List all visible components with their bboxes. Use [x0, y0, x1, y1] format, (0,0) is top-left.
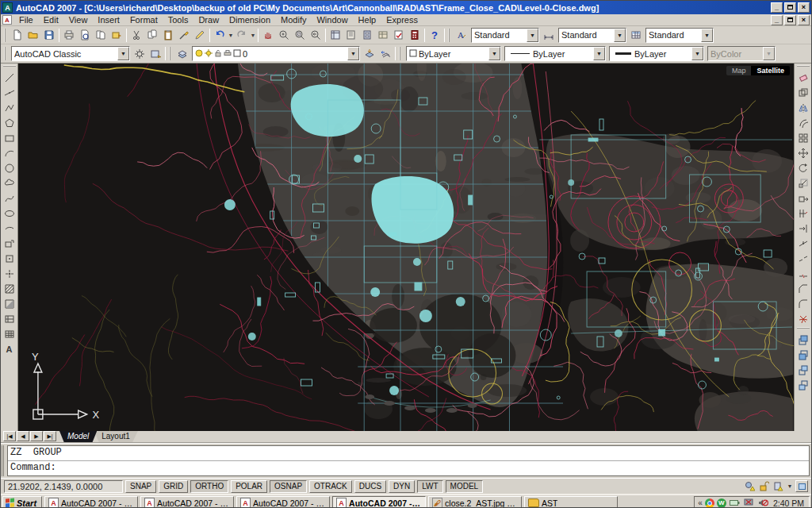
taskbar-item-autocad-3[interactable]: A AutoCAD 2007 - [C:\Use... [236, 496, 330, 508]
chevron-down-icon[interactable]: ▼ [347, 47, 359, 60]
zoom-previous-icon[interactable] [308, 27, 324, 43]
scale-icon[interactable] [795, 175, 811, 190]
stretch-icon[interactable] [795, 190, 811, 206]
offset-icon[interactable] [795, 115, 811, 130]
chevron-down-icon[interactable]: ▼ [701, 29, 713, 42]
chamfer-icon[interactable] [795, 281, 811, 296]
chevron-down-icon[interactable]: ▼ [488, 47, 500, 60]
tab-next-button[interactable]: ▶ [30, 431, 43, 441]
otrack-toggle[interactable]: OTRACK [309, 480, 352, 493]
block-editor-icon[interactable] [192, 27, 208, 43]
markup-set-manager-icon[interactable] [391, 27, 407, 43]
linetype-control-select[interactable]: ByLayer ▼ [504, 46, 606, 61]
doc-minimize-button[interactable]: _ [771, 15, 783, 25]
volume-muted-icon[interactable] [757, 498, 769, 508]
undo-icon[interactable] [212, 27, 228, 43]
doc-restore-button[interactable] [784, 15, 796, 25]
menu-express[interactable]: Express [381, 14, 423, 25]
tool-palettes-icon[interactable] [359, 27, 375, 43]
communication-center-icon[interactable] [744, 481, 756, 492]
toolbar-grip[interactable] [399, 47, 403, 60]
polyline-icon[interactable] [2, 100, 17, 115]
tab-first-button[interactable]: |◀ [3, 431, 16, 441]
toolbar-grip[interactable] [4, 29, 8, 42]
workspace-select[interactable]: AutoCAD Classic ▼ [11, 46, 130, 61]
pan-icon[interactable] [260, 27, 276, 43]
ortho-toggle[interactable]: ORTHO [190, 480, 228, 493]
zoom-window-icon[interactable] [292, 27, 308, 43]
taskbar-item-autocad-2[interactable]: A AutoCAD 2007 - [C:\Use... [140, 496, 234, 508]
menu-edit[interactable]: Edit [39, 14, 63, 25]
toolbar-grip[interactable] [169, 47, 173, 60]
rotate-icon[interactable] [795, 160, 811, 175]
taskbar-item-autocad-1[interactable]: A AutoCAD 2007 - [F:\anti... [44, 496, 138, 508]
table-icon[interactable] [2, 326, 17, 341]
map-toggle-map[interactable]: Map [726, 66, 752, 75]
array-icon[interactable] [795, 130, 811, 145]
cut-icon[interactable] [128, 27, 144, 43]
layer-color-swatch[interactable] [233, 49, 241, 59]
clean-screen-button[interactable] [795, 480, 808, 492]
copy-object-icon[interactable] [795, 85, 811, 100]
construction-line-icon[interactable] [2, 85, 17, 100]
point-icon[interactable] [2, 266, 17, 281]
lwt-toggle[interactable]: LWT [417, 480, 442, 493]
tab-model[interactable]: Model [59, 431, 97, 442]
command-text-area[interactable]: ZZ GROUP Command: [7, 445, 810, 476]
dyn-toggle[interactable]: DYN [389, 480, 415, 493]
layer-plot-icon[interactable] [224, 49, 232, 59]
map-toggle-satellite[interactable]: Satellite [751, 66, 790, 75]
undo-dropdown-icon[interactable]: ▼ [228, 33, 234, 38]
display-disconnected-icon[interactable] [743, 498, 755, 508]
properties-icon[interactable] [327, 27, 343, 43]
toolbar-lock-icon[interactable] [758, 481, 770, 492]
layer-on-bulb-icon[interactable] [195, 49, 203, 59]
etransmit-icon[interactable] [109, 27, 124, 43]
quickcalc-icon[interactable] [407, 27, 423, 43]
tray-settings-chevron-icon[interactable]: ▼ [787, 483, 793, 489]
taskbar-clock[interactable]: 2:40 PM [772, 498, 806, 508]
gradient-icon[interactable] [2, 296, 17, 311]
designcenter-icon[interactable] [343, 27, 359, 43]
bring-above-objects-icon[interactable] [795, 362, 811, 377]
toolbar-grip[interactable] [797, 327, 810, 330]
join-icon[interactable] [795, 266, 811, 281]
plot-preview-icon[interactable] [77, 27, 93, 43]
tab-previous-button[interactable]: ◀ [17, 431, 29, 441]
paste-icon[interactable] [160, 27, 176, 43]
drawing-canvas[interactable]: Y X Map Satellite [18, 64, 794, 431]
menu-insert[interactable]: Insert [93, 14, 124, 25]
ducs-toggle[interactable]: DUCS [354, 480, 386, 493]
minimize-button[interactable]: _ [771, 2, 783, 13]
autocad-app-icon[interactable]: A [2, 2, 13, 13]
send-under-objects-icon[interactable] [795, 377, 811, 392]
trusted-dwg-icon[interactable] [772, 481, 784, 492]
extend-icon[interactable] [795, 221, 811, 236]
wikipedia-icon[interactable]: W [717, 498, 726, 508]
close-button[interactable]: × [798, 2, 810, 13]
send-to-back-icon[interactable] [795, 347, 811, 362]
text-style-select[interactable]: Standard ▼ [471, 28, 539, 43]
move-icon[interactable] [795, 145, 811, 160]
tab-layout1[interactable]: Layout1 [94, 431, 138, 442]
toolbar-grip[interactable] [448, 29, 452, 42]
snap-toggle[interactable]: SNAP [125, 480, 156, 493]
grid-toggle[interactable]: GRID [159, 480, 188, 493]
workspace-settings-icon[interactable] [132, 46, 147, 62]
explode-icon[interactable] [795, 311, 811, 326]
multiline-text-icon[interactable]: A [2, 341, 17, 356]
my-workspace-icon[interactable] [147, 46, 163, 62]
arc-icon[interactable] [2, 145, 17, 160]
break-icon[interactable] [795, 251, 811, 266]
tray-expand-chevron[interactable]: « [698, 498, 703, 507]
new-icon[interactable] [10, 27, 25, 43]
open-icon[interactable] [25, 27, 41, 43]
make-object-layer-current-icon[interactable] [362, 46, 377, 62]
polygon-icon[interactable] [2, 115, 17, 130]
start-button[interactable]: Start [2, 496, 42, 508]
revision-cloud-icon[interactable] [2, 175, 17, 190]
chevron-down-icon[interactable]: ▼ [117, 47, 129, 60]
redo-dropdown-icon[interactable]: ▼ [250, 33, 256, 38]
menu-draw[interactable]: Draw [193, 14, 224, 25]
taskbar-item-paint[interactable]: 🖌 close.2_AST.jpg - Paint [428, 496, 522, 508]
